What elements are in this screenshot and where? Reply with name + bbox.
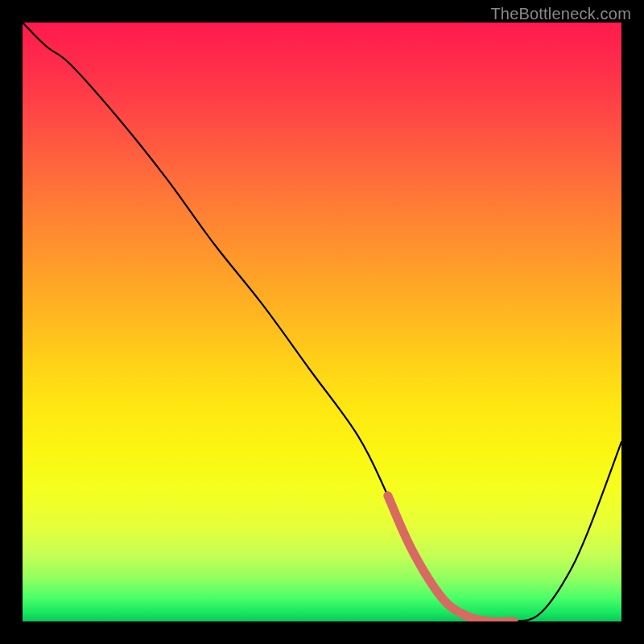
bottleneck-curve-path	[23, 23, 621, 621]
watermark-text: TheBottleneck.com	[490, 5, 631, 23]
chart-svg	[23, 23, 621, 621]
chart-frame: TheBottleneck.com	[0, 0, 644, 644]
plot-area	[23, 23, 621, 621]
highlight-segment	[388, 496, 514, 621]
